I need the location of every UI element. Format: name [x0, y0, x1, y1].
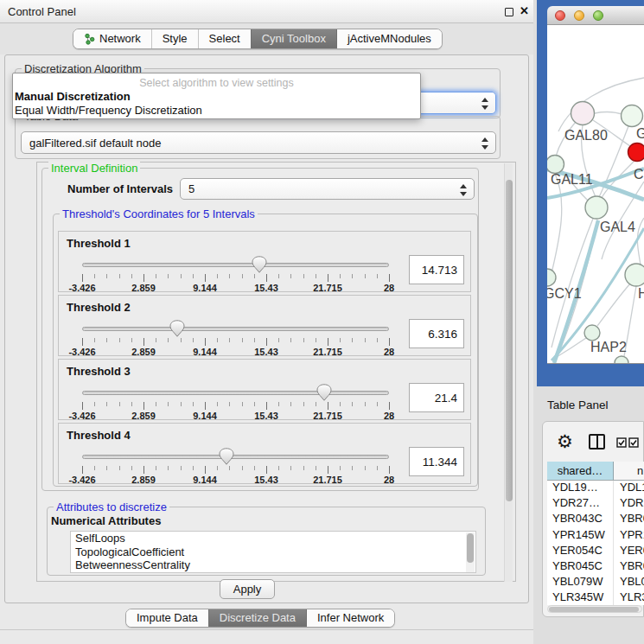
network-node-gal11[interactable]	[547, 156, 564, 174]
right-region: GAL80GACGAL11GAL4GCY1HHAP2 Table Panel ⚙…	[533, 0, 644, 644]
axis-tick-label: 28	[384, 475, 394, 485]
network-node-ga[interactable]	[622, 105, 643, 127]
table-row[interactable]: YLR345WYLR3	[547, 590, 644, 605]
cell-shared-name: YDL19…	[547, 481, 614, 496]
horizontal-scrollbar[interactable]	[547, 605, 642, 613]
checkbox-icon[interactable]	[628, 437, 639, 448]
attributes-list[interactable]: SelfLoopsTopologicalCoefficientBetweenne…	[70, 531, 476, 573]
table-row[interactable]: YER054CYER0	[547, 544, 644, 559]
tab-jactivemnodules[interactable]: jActiveMNodules	[336, 29, 442, 48]
table-data-select[interactable]: galFiltered.sif default node	[21, 131, 496, 154]
float-window-icon[interactable]	[505, 8, 513, 16]
table-row[interactable]: YDL19…YDL1	[547, 481, 644, 496]
threshold-label: Threshold 4	[67, 429, 131, 442]
network-node-c[interactable]	[628, 143, 644, 162]
group-title: Attributes to discretize	[54, 501, 169, 513]
vertical-scrollbar[interactable]	[504, 163, 513, 582]
slider-track[interactable]	[82, 391, 389, 395]
cell-shared-name: YLR345W	[547, 590, 614, 605]
threshold-slider[interactable]: -3.4262.8599.14415.4321.71528	[82, 256, 389, 292]
table-row[interactable]: YPR145WYPR1	[547, 528, 644, 544]
slider-ticks	[82, 338, 389, 347]
threshold-panel: Threshold 4-3.4262.8599.14415.4321.71528	[58, 423, 471, 484]
apply-button[interactable]: Apply	[220, 579, 275, 599]
list-scrollbar[interactable]	[466, 532, 475, 572]
zoom-traffic-light-icon[interactable]	[593, 10, 603, 21]
axis-tick-label: 21.715	[313, 347, 342, 357]
list-item-betweennesscentrality[interactable]: BetweennessCentrality	[71, 558, 475, 572]
group-title: Interval Definition	[48, 162, 140, 175]
threshold-value-input[interactable]	[409, 255, 464, 284]
cell-shared-name: YPR145W	[547, 528, 614, 544]
table-row[interactable]: YBR045CYBR0	[547, 559, 644, 575]
slider-axis-labels: -3.4262.8599.14415.4321.71528	[82, 475, 389, 485]
network-window-titlebar[interactable]	[547, 6, 644, 25]
tab-network[interactable]: Network	[73, 29, 151, 48]
axis-tick-label: -3.426	[68, 283, 95, 293]
tab-cyni-toolbox[interactable]: Cyni Toolbox	[251, 29, 336, 48]
dropdown-item-manual-discretization[interactable]: Manual Discretization	[15, 90, 131, 103]
table-row[interactable]: YBL079WYBL0	[547, 575, 644, 590]
panel-title: Control Panel	[8, 5, 76, 18]
checkbox-icon[interactable]	[616, 437, 627, 448]
list-item-topologicalcoefficient[interactable]: TopologicalCoefficient	[71, 545, 475, 559]
network-node-gal80[interactable]	[571, 102, 595, 125]
tab-impute-data[interactable]: Impute Data	[126, 609, 208, 627]
gear-icon[interactable]: ⚙	[557, 430, 573, 453]
slider-thumb[interactable]	[219, 448, 234, 465]
axis-tick-label: 9.144	[193, 283, 217, 293]
table-row[interactable]: YBR043CYBR0	[547, 512, 644, 527]
threshold-panel: Threshold 2-3.4262.8599.14415.4321.71528	[58, 295, 471, 356]
cell-name: YPR1	[614, 528, 644, 544]
list-item-selfloops[interactable]: SelfLoops	[71, 532, 475, 545]
attributes-group: Attributes to discretize Numerical Attri…	[47, 507, 486, 576]
num-intervals-select[interactable]: 5	[180, 178, 475, 200]
network-node-h[interactable]	[625, 264, 644, 286]
top-tab-bar: NetworkStyleSelectCyni ToolboxjActiveMNo…	[73, 29, 443, 49]
horizontal-scrollbar-thumb[interactable]	[549, 607, 639, 612]
cell-name: YLR3	[614, 590, 644, 605]
node-label: C	[634, 167, 644, 182]
slider-ticks	[82, 466, 389, 475]
network-view-window: GAL80GACGAL11GAL4GCY1HHAP2	[547, 6, 644, 364]
dropdown-item-equal-width-frequency-discretization[interactable]: Equal Width/Frequency Discretization	[15, 104, 202, 117]
slider-thumb[interactable]	[252, 256, 267, 273]
tab-label: Infer Network	[317, 609, 384, 628]
threshold-value-input[interactable]	[409, 447, 464, 476]
network-node-gcy1[interactable]	[547, 269, 556, 286]
slider-track[interactable]	[82, 327, 389, 331]
tab-discretize-data[interactable]: Discretize Data	[208, 609, 306, 627]
cell-name: YBL0	[614, 575, 644, 590]
threshold-value-input[interactable]	[409, 383, 464, 412]
close-traffic-light-icon[interactable]	[555, 10, 565, 21]
node-label: HAP2	[590, 340, 627, 354]
slider-track[interactable]	[82, 455, 389, 459]
network-node-gal4[interactable]	[585, 196, 608, 219]
threshold-slider[interactable]: -3.4262.8599.14415.4321.71528	[82, 384, 389, 420]
network-node[interactable]	[615, 356, 628, 364]
cell-shared-name: YBL079W	[547, 575, 614, 590]
axis-tick-label: -3.426	[68, 347, 95, 357]
slider-thumb[interactable]	[169, 320, 185, 337]
tab-infer-network[interactable]: Infer Network	[306, 609, 394, 627]
threshold-slider[interactable]: -3.4262.8599.14415.4321.71528	[82, 448, 389, 484]
axis-tick-label: 9.144	[193, 347, 217, 357]
network-canvas[interactable]: GAL80GACGAL11GAL4GCY1HHAP2	[547, 25, 644, 364]
network-node-hap2[interactable]	[584, 325, 600, 341]
column-header-name[interactable]: n	[614, 462, 644, 480]
table-row[interactable]: YDR27…YDR2	[547, 496, 644, 512]
dropdown-hint: Select algorithm to view settings	[13, 77, 420, 89]
slider-track[interactable]	[82, 263, 389, 267]
threshold-value-input[interactable]	[409, 319, 464, 348]
split-columns-icon[interactable]	[589, 434, 605, 450]
close-icon[interactable]: ✕	[520, 4, 529, 17]
minimize-traffic-light-icon[interactable]	[574, 10, 584, 21]
column-header-shared-name[interactable]: shared…	[547, 462, 614, 480]
threshold-slider[interactable]: -3.4262.8599.14415.4321.71528	[82, 320, 389, 356]
vertical-scrollbar-thumb[interactable]	[506, 180, 513, 501]
table-panel-title: Table Panel	[547, 399, 609, 411]
tab-label: Network	[99, 29, 141, 48]
tab-select[interactable]: Select	[198, 29, 251, 48]
tab-style[interactable]: Style	[151, 29, 198, 48]
slider-thumb[interactable]	[316, 384, 332, 401]
